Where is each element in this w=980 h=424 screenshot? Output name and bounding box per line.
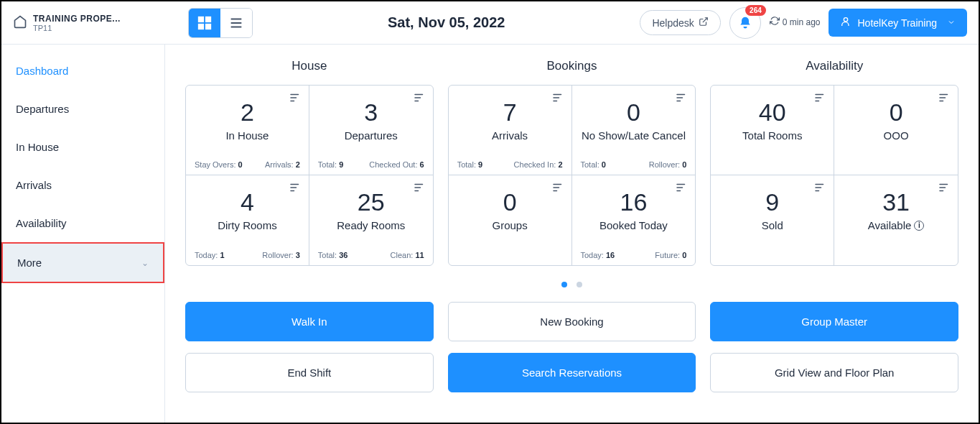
nav-more[interactable]: More ⌄ <box>1 242 164 283</box>
svg-point-8 <box>844 18 848 22</box>
stat-card[interactable]: 0No Show/Late CancelTotal: 0Rollover: 0 <box>572 86 696 175</box>
nav-departures[interactable]: Departures <box>1 90 164 128</box>
card-value: 31 <box>843 188 949 216</box>
list-view-button[interactable] <box>220 9 252 37</box>
notifications-button[interactable]: 264 <box>729 7 761 39</box>
content: House Bookings Availability 2In HouseSta… <box>165 45 979 424</box>
new-booking-button[interactable]: New Booking <box>448 302 696 341</box>
card-stats: Today: 16Future: 0 <box>581 245 687 259</box>
section-bookings-title: Bookings <box>448 59 696 73</box>
card-label: Available i <box>843 219 949 231</box>
card-value: 25 <box>318 188 424 216</box>
nav-dashboard[interactable]: Dashboard <box>1 52 164 90</box>
card-label: Dirty Rooms <box>195 219 300 231</box>
property-name: TRAINING PROPE... <box>33 14 121 24</box>
stat-card[interactable]: 9Sold <box>711 175 834 265</box>
group-master-button[interactable]: Group Master <box>710 302 958 341</box>
notification-badge: 264 <box>745 5 766 16</box>
external-link-icon <box>699 17 709 29</box>
sort-icon[interactable] <box>813 181 826 197</box>
stat-card[interactable]: 7ArrivalsTotal: 9Checked In: 2 <box>449 86 572 175</box>
grid-view-button[interactable] <box>189 9 220 37</box>
sort-icon[interactable] <box>551 181 564 197</box>
stat-card[interactable]: 3DeparturesTotal: 9Checked Out: 6 <box>309 86 433 175</box>
section-house-title: House <box>185 59 434 73</box>
card-value: 0 <box>581 98 687 126</box>
stat-card[interactable]: 31Available i <box>834 175 958 265</box>
card-stats: Total: 0Rollover: 0 <box>581 155 687 169</box>
nav-in-house[interactable]: In House <box>1 128 164 166</box>
carousel-dots <box>185 277 958 290</box>
sort-icon[interactable] <box>675 181 688 197</box>
card-label: In House <box>195 129 300 142</box>
end-shift-button[interactable]: End Shift <box>185 353 434 392</box>
search-reservations-button[interactable]: Search Reservations <box>448 353 696 392</box>
section-availability-title: Availability <box>710 59 958 73</box>
sort-icon[interactable] <box>289 181 302 197</box>
svg-line-7 <box>703 18 707 22</box>
sort-icon[interactable] <box>413 181 426 197</box>
chevron-down-icon: ⌄ <box>141 258 149 268</box>
dot-2[interactable] <box>577 282 582 287</box>
user-menu-button[interactable]: HotelKey Training <box>829 9 967 37</box>
svg-rect-2 <box>199 24 203 28</box>
sort-icon[interactable] <box>551 91 564 107</box>
stat-card[interactable]: 4Dirty RoomsToday: 1Rollover: 3 <box>186 175 309 265</box>
user-icon <box>840 16 851 29</box>
nav-availability[interactable]: Availability <box>1 204 164 242</box>
stat-card[interactable]: 16Booked TodayToday: 16Future: 0 <box>572 175 696 265</box>
card-value: 3 <box>318 98 424 126</box>
sort-icon[interactable] <box>413 91 426 107</box>
card-label: Booked Today <box>581 219 687 231</box>
card-stats: Total: 36Clean: 11 <box>318 245 424 259</box>
sort-icon[interactable] <box>813 91 826 107</box>
chevron-down-icon <box>947 17 956 29</box>
property-code: TP11 <box>33 24 121 32</box>
svg-rect-1 <box>206 17 210 21</box>
svg-rect-3 <box>206 24 210 28</box>
stat-card[interactable]: 2In HouseStay Overs: 0Arrivals: 2 <box>186 86 309 175</box>
nav-arrivals[interactable]: Arrivals <box>1 166 164 204</box>
walk-in-button[interactable]: Walk In <box>185 302 434 341</box>
card-label: OOO <box>843 129 949 142</box>
availability-cards: 40Total Rooms0OOO9Sold31Available i <box>710 85 958 266</box>
card-label: Total Rooms <box>719 129 825 142</box>
card-label: Groups <box>457 219 563 231</box>
card-stats: Today: 1Rollover: 3 <box>195 245 300 259</box>
home-icon <box>13 14 27 32</box>
sort-icon[interactable] <box>289 91 302 107</box>
sort-icon[interactable] <box>938 91 951 107</box>
dot-1[interactable] <box>561 282 567 287</box>
helpdesk-button[interactable]: Helpdesk <box>640 10 720 35</box>
card-label: No Show/Late Cancel <box>581 129 687 142</box>
sync-status: 0 min ago <box>770 16 821 29</box>
stat-card[interactable]: 25Ready RoomsTotal: 36Clean: 11 <box>309 175 433 265</box>
card-value: 7 <box>457 98 563 126</box>
bookings-cards: 7ArrivalsTotal: 9Checked In: 20No Show/L… <box>448 85 696 266</box>
property-selector[interactable]: TRAINING PROPE... TP11 <box>13 14 171 32</box>
card-value: 16 <box>581 188 687 216</box>
sort-icon[interactable] <box>938 181 951 197</box>
card-label: Arrivals <box>457 129 563 142</box>
card-value: 0 <box>457 188 563 216</box>
card-value: 2 <box>195 98 300 126</box>
sort-icon[interactable] <box>675 91 688 107</box>
card-label: Sold <box>719 219 825 231</box>
grid-floor-button[interactable]: Grid View and Floor Plan <box>710 353 958 392</box>
stat-card[interactable]: 0Groups <box>449 175 572 265</box>
refresh-icon <box>770 16 780 29</box>
card-label: Departures <box>318 129 424 142</box>
card-value: 9 <box>719 188 825 216</box>
stat-card[interactable]: 0OOO <box>834 86 958 175</box>
info-icon[interactable]: i <box>914 221 924 231</box>
svg-rect-0 <box>199 17 203 21</box>
view-toggle <box>188 8 253 38</box>
sidebar: Dashboard Departures In House Arrivals A… <box>1 45 165 424</box>
house-cards: 2In HouseStay Overs: 0Arrivals: 23Depart… <box>185 85 434 266</box>
card-value: 4 <box>195 188 300 216</box>
card-label: Ready Rooms <box>318 219 424 231</box>
card-stats: Stay Overs: 0Arrivals: 2 <box>195 155 300 169</box>
header: TRAINING PROPE... TP11 Sat, Nov 05, 2022… <box>1 1 979 45</box>
stat-card[interactable]: 40Total Rooms <box>711 86 834 175</box>
card-value: 0 <box>843 98 949 126</box>
